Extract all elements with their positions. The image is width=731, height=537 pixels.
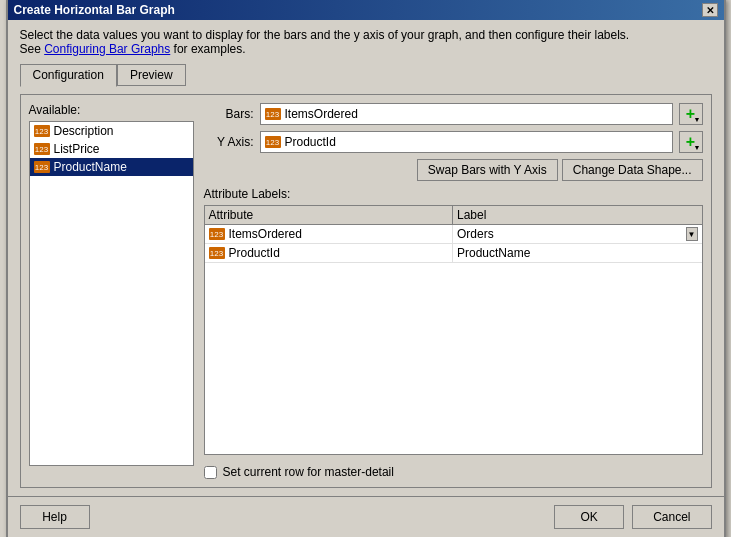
- tab-configuration[interactable]: Configuration: [20, 64, 117, 87]
- attr-row-1-attr-name: ProductId: [229, 246, 280, 260]
- attr-row-0-dropdown[interactable]: ▼: [686, 227, 698, 241]
- attr-row-1: 123 ProductId ProductName: [205, 244, 702, 263]
- bars-field-row: Bars: 123 ItemsOrdered +: [204, 103, 703, 125]
- attr-row-0-attribute: 123 ItemsOrdered: [205, 225, 454, 243]
- title-bar: Create Horizontal Bar Graph ✕: [8, 0, 724, 20]
- help-button[interactable]: Help: [20, 505, 90, 529]
- available-label: Available:: [29, 103, 194, 117]
- list-item-productname-label: ProductName: [54, 160, 127, 174]
- list-item-productname[interactable]: 123 ProductName: [30, 158, 193, 176]
- attribute-labels-table: Attribute Label 123 ItemsOrdered Orders: [204, 205, 703, 455]
- attr-header-attribute: Attribute: [205, 206, 454, 224]
- yaxis-label: Y Axis:: [204, 135, 254, 149]
- list-item-listprice[interactable]: 123 ListPrice: [30, 140, 193, 158]
- available-list[interactable]: 123 Description 123 ListPrice 123 Produc…: [29, 121, 194, 466]
- ok-button[interactable]: OK: [554, 505, 624, 529]
- tab-bar: Configuration Preview: [20, 64, 712, 86]
- attr-row-1-label-value: ProductName: [457, 246, 530, 260]
- yaxis-field-icon: 123: [265, 136, 281, 148]
- create-horizontal-bar-graph-dialog: Create Horizontal Bar Graph ✕ Select the…: [6, 0, 726, 537]
- header-line1: Select the data values you want to displ…: [20, 28, 630, 42]
- header-line2-prefix: See: [20, 42, 45, 56]
- dialog-title: Create Horizontal Bar Graph: [14, 3, 175, 17]
- left-panel: Available: 123 Description 123 ListPrice…: [29, 103, 194, 479]
- attribute-labels-section: Attribute Labels: Attribute Label 123 It…: [204, 187, 703, 455]
- yaxis-add-button[interactable]: +: [679, 131, 703, 153]
- attr-row-0-label: Orders ▼: [453, 225, 702, 243]
- action-buttons-row: Swap Bars with Y Axis Change Data Shape.…: [204, 159, 703, 181]
- list-item-description-label: Description: [54, 124, 114, 138]
- attribute-labels-title: Attribute Labels:: [204, 187, 703, 201]
- bars-label: Bars:: [204, 107, 254, 121]
- swap-bars-button[interactable]: Swap Bars with Y Axis: [417, 159, 558, 181]
- master-detail-label: Set current row for master-detail: [223, 465, 394, 479]
- attr-row-0-label-value: Orders: [457, 227, 494, 241]
- attr-row-0-icon: 123: [209, 228, 225, 240]
- attr-row-0: 123 ItemsOrdered Orders ▼: [205, 225, 702, 244]
- bars-input[interactable]: 123 ItemsOrdered: [260, 103, 673, 125]
- dialog-footer: Help OK Cancel: [8, 496, 724, 537]
- bars-value: ItemsOrdered: [285, 107, 358, 121]
- master-detail-checkbox[interactable]: [204, 466, 217, 479]
- tab-preview[interactable]: Preview: [117, 64, 186, 86]
- yaxis-field-row: Y Axis: 123 ProductId +: [204, 131, 703, 153]
- yaxis-input[interactable]: 123 ProductId: [260, 131, 673, 153]
- attr-row-1-attribute: 123 ProductId: [205, 244, 454, 262]
- description-icon: 123: [34, 125, 50, 137]
- cancel-button[interactable]: Cancel: [632, 505, 711, 529]
- attr-header-label: Label: [453, 206, 702, 224]
- header-description: Select the data values you want to displ…: [20, 28, 712, 56]
- bars-field-icon: 123: [265, 108, 281, 120]
- master-detail-checkbox-row: Set current row for master-detail: [204, 465, 703, 479]
- list-item-description[interactable]: 123 Description: [30, 122, 193, 140]
- list-item-listprice-label: ListPrice: [54, 142, 100, 156]
- configuring-bar-graphs-link[interactable]: Configuring Bar Graphs: [44, 42, 170, 56]
- attr-row-1-label: ProductName: [453, 244, 702, 262]
- attr-table-header: Attribute Label: [205, 206, 702, 225]
- productname-icon: 123: [34, 161, 50, 173]
- attr-row-1-icon: 123: [209, 247, 225, 259]
- listprice-icon: 123: [34, 143, 50, 155]
- right-panel: Bars: 123 ItemsOrdered + Y Axis: 123 Pro…: [204, 103, 703, 479]
- attr-row-0-attr-name: ItemsOrdered: [229, 227, 302, 241]
- bars-add-button[interactable]: +: [679, 103, 703, 125]
- yaxis-value: ProductId: [285, 135, 336, 149]
- close-button[interactable]: ✕: [702, 3, 718, 17]
- change-data-shape-button[interactable]: Change Data Shape...: [562, 159, 703, 181]
- header-line2-suffix: for examples.: [170, 42, 245, 56]
- tab-configuration-content: Available: 123 Description 123 ListPrice…: [20, 94, 712, 488]
